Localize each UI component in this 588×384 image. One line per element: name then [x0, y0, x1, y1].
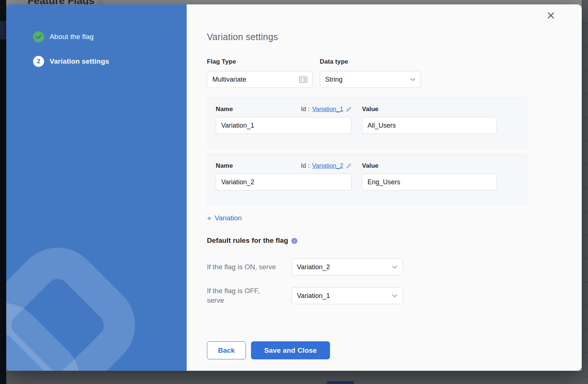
data-type-select[interactable]: String — [320, 71, 421, 88]
step-complete-check-icon — [33, 31, 44, 42]
chevron-down-icon — [392, 294, 397, 298]
value-label: Value — [362, 162, 379, 170]
flag-type-field[interactable]: Multivariate — [207, 71, 313, 88]
close-icon[interactable] — [546, 11, 556, 20]
id-prefix: Id : — [301, 106, 310, 113]
dimmed-page-button — [327, 381, 354, 384]
variation-value-input[interactable] — [362, 117, 497, 134]
variation-card-2: Name Id : Variation_2 — [207, 154, 528, 205]
add-variation-label: Variation — [215, 214, 242, 222]
save-and-close-button[interactable]: Save and Close — [251, 341, 330, 359]
step-label: Variation settings — [50, 57, 109, 65]
flag-type-value: Multivariate — [212, 76, 246, 83]
dimmed-page-header: Feature Flags i — [6, 0, 582, 4]
app-nav-rail — [0, 0, 6, 384]
step-number-badge: 2 — [33, 56, 44, 67]
variation-settings-panel: Variation settings Flag Type Data type M… — [187, 4, 582, 371]
step-about-the-flag[interactable]: About the flag — [33, 31, 109, 42]
chevron-down-icon — [392, 266, 397, 269]
rule-off-label-line2: serve — [207, 296, 224, 304]
flag-type-label: Flag Type — [207, 58, 320, 65]
variation-value-input[interactable] — [362, 174, 497, 191]
default-rules-heading-text: Default rules for the flag — [207, 237, 288, 245]
plus-icon: + — [207, 215, 211, 222]
chevron-down-icon — [410, 78, 415, 81]
rule-on-value: Variation_2 — [297, 263, 330, 271]
brand-watermark-icon — [6, 213, 187, 371]
rule-off-label: If the flag is OFF, serve — [207, 286, 291, 305]
variation-id-link[interactable]: Variation_2 — [312, 162, 343, 170]
step-label: About the flag — [50, 33, 94, 41]
variation-name-input[interactable] — [216, 174, 352, 191]
edit-pencil-icon[interactable] — [346, 163, 352, 169]
info-icon[interactable]: i — [291, 238, 297, 244]
dimmed-page-bottom — [6, 371, 582, 384]
rule-off-label-line1: If the flag is OFF, — [207, 287, 260, 295]
name-label: Name — [216, 162, 233, 170]
add-variation-button[interactable]: + Variation — [207, 214, 242, 222]
data-type-value: String — [325, 76, 343, 83]
wizard-sidebar: About the flag 2 Variation settings — [6, 4, 187, 371]
page-title-text: Feature Flags — [28, 0, 94, 4]
nav-selected-item — [0, 21, 6, 39]
id-card-icon — [299, 77, 307, 83]
info-icon: i — [97, 0, 104, 5]
back-button[interactable]: Back — [207, 341, 246, 359]
rule-off-select[interactable]: Variation_1 — [291, 287, 403, 304]
default-rules-heading: Default rules for the flag i — [207, 237, 297, 245]
value-label: Value — [362, 106, 379, 113]
id-prefix: Id : — [301, 162, 310, 170]
flag-wizard-modal: About the flag 2 Variation settings Vari… — [6, 4, 582, 371]
variation-id-link[interactable]: Variation_1 — [312, 106, 343, 113]
data-type-label: Data type — [320, 58, 348, 65]
panel-title: Variation settings — [207, 32, 278, 42]
rule-on-label: If the flag is ON, serve — [207, 262, 291, 272]
step-variation-settings[interactable]: 2 Variation settings — [33, 56, 109, 67]
page-title: Feature Flags i — [28, 0, 104, 4]
wizard-steps: About the flag 2 Variation settings — [33, 31, 109, 67]
rule-on-select[interactable]: Variation_2 — [291, 259, 403, 275]
name-label: Name — [216, 106, 233, 113]
variation-name-input[interactable] — [216, 117, 352, 134]
top-field-labels: Flag Type Data type — [207, 58, 348, 65]
dimmed-page-right — [582, 0, 588, 384]
variation-card-1: Name Id : Variation_1 — [207, 97, 528, 149]
edit-pencil-icon[interactable] — [346, 106, 352, 112]
rule-off-value: Variation_1 — [297, 292, 330, 300]
